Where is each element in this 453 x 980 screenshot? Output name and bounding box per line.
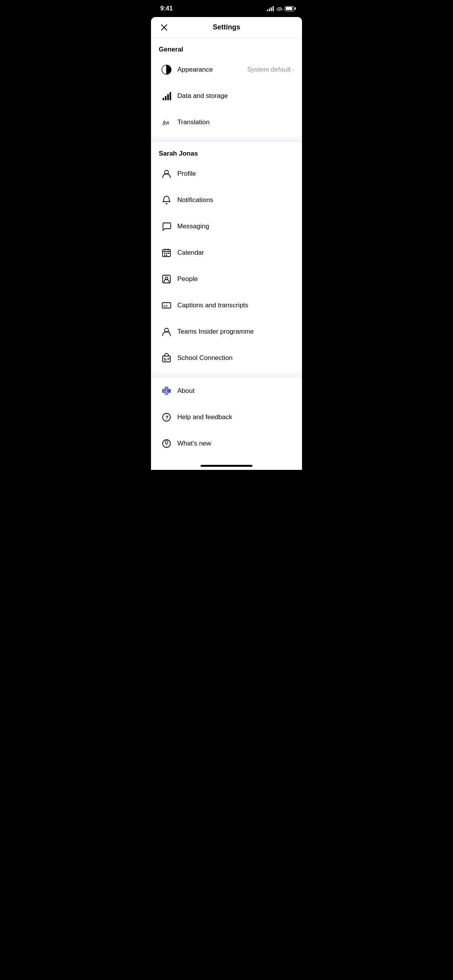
profile-label: Profile [177, 170, 294, 178]
data-storage-item[interactable]: Data and storage [151, 83, 302, 109]
home-indicator [151, 457, 302, 470]
svg-rect-20 [163, 356, 170, 362]
status-icons [267, 6, 294, 11]
help-label: Help and feedback [177, 413, 294, 421]
translation-label: Translation [177, 118, 294, 126]
insider-icon [159, 324, 174, 339]
svg-rect-9 [164, 253, 165, 254]
appearance-icon [159, 62, 174, 77]
general-section: General Appearance System default › [151, 38, 302, 135]
profile-icon [159, 166, 174, 182]
svg-text:T: T [163, 390, 165, 392]
status-time: 9:41 [160, 5, 173, 12]
school-icon [159, 350, 174, 366]
about-icon: T [159, 383, 174, 399]
screen: Settings General Appearance System defau… [151, 17, 302, 470]
section-divider-1 [151, 139, 302, 142]
svg-rect-10 [166, 253, 167, 254]
close-icon [160, 24, 168, 31]
account-section-header: Sarah Jonas [151, 142, 302, 161]
svg-rect-3 [167, 94, 169, 100]
svg-text:A: A [166, 120, 170, 125]
messaging-label: Messaging [177, 223, 294, 230]
signal-icon [267, 6, 274, 11]
page-title: Settings [213, 23, 240, 31]
about-item[interactable]: T About [151, 378, 302, 404]
svg-rect-12 [164, 255, 165, 256]
svg-text:CC: CC [163, 304, 168, 308]
messaging-icon [159, 219, 174, 234]
data-icon [159, 88, 174, 104]
calendar-label: Calendar [177, 249, 294, 257]
whatsnew-label: What's new [177, 440, 294, 447]
wifi-icon [276, 6, 282, 11]
svg-rect-13 [166, 255, 167, 256]
svg-point-19 [169, 331, 170, 332]
svg-point-28 [166, 445, 167, 446]
battery-icon [285, 6, 294, 11]
bottom-section: T About ? Help and feedback [151, 378, 302, 457]
help-icon: ? [159, 409, 174, 425]
people-item[interactable]: People [151, 266, 302, 292]
svg-rect-4 [170, 92, 171, 100]
captions-item[interactable]: CC Captions and transcripts [151, 292, 302, 319]
whatsnew-icon [159, 436, 174, 451]
insider-label: Teams Insider programme [177, 328, 294, 336]
people-icon [159, 271, 174, 287]
whatsnew-item[interactable]: What's new [151, 430, 302, 457]
school-item[interactable]: School Connection [151, 345, 302, 371]
settings-header: Settings [151, 17, 302, 38]
captions-icon: CC [159, 298, 174, 313]
general-section-header: General [151, 38, 302, 57]
svg-rect-24 [165, 391, 168, 395]
svg-rect-1 [163, 98, 164, 100]
close-button[interactable] [159, 22, 170, 33]
data-storage-label: Data and storage [177, 92, 294, 100]
account-section: Sarah Jonas Profile [151, 142, 302, 371]
phone-container: 9:41 Settings [151, 0, 302, 470]
calendar-icon [159, 245, 174, 260]
insider-item[interactable]: Teams Insider programme [151, 319, 302, 345]
notifications-icon [159, 192, 174, 208]
appearance-label: Appearance [177, 66, 247, 74]
svg-rect-11 [168, 253, 169, 254]
svg-text:?: ? [165, 415, 168, 420]
people-label: People [177, 275, 294, 283]
calendar-item[interactable]: Calendar [151, 240, 302, 266]
school-label: School Connection [177, 354, 294, 362]
svg-rect-2 [165, 96, 166, 100]
divider-1 [151, 137, 302, 137]
profile-item[interactable]: Profile [151, 161, 302, 187]
about-label: About [177, 387, 294, 395]
svg-rect-23 [165, 387, 168, 391]
messaging-item[interactable]: Messaging [151, 213, 302, 240]
appearance-chevron: › [292, 66, 294, 73]
appearance-item[interactable]: Appearance System default › [151, 57, 302, 83]
section-divider-2 [151, 375, 302, 378]
status-bar: 9:41 [151, 0, 302, 17]
translation-icon: あ A [159, 115, 174, 130]
translation-item[interactable]: あ A Translation [151, 109, 302, 135]
notifications-item[interactable]: Notifications [151, 187, 302, 213]
home-bar [201, 465, 252, 467]
divider-2 [151, 373, 302, 373]
captions-label: Captions and transcripts [177, 302, 294, 309]
help-item[interactable]: ? Help and feedback [151, 404, 302, 430]
appearance-value: System default [247, 66, 290, 74]
notifications-label: Notifications [177, 196, 294, 204]
